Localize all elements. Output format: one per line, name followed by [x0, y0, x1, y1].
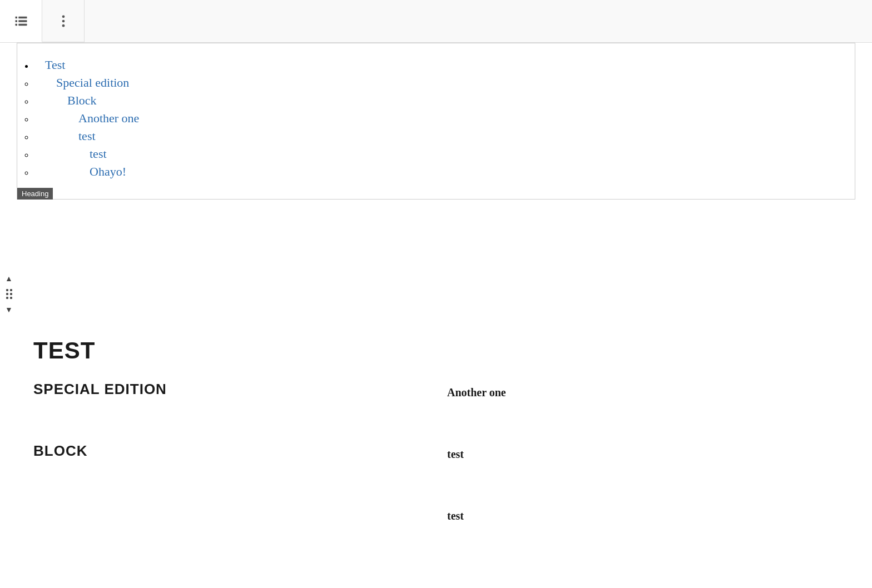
text-test-2: test — [447, 504, 839, 528]
section-test-2: test — [447, 504, 839, 528]
toc-link-test-2[interactable]: test — [78, 129, 96, 143]
up-arrow-icon: ▲ — [5, 274, 13, 283]
section-another-one: Another one — [447, 381, 839, 409]
content-area: TEST SPECIAL EDITION Another one BLOCK t… — [0, 321, 872, 588]
toc-item-test-3: test — [34, 147, 838, 161]
heading-block: BLOCK — [33, 442, 425, 460]
list-icon — [13, 13, 29, 29]
section-3-grid: test — [33, 504, 839, 545]
toc-link-another-one[interactable]: Another one — [78, 111, 139, 125]
toc-link-ohayo[interactable]: Ohayo! — [90, 165, 126, 178]
svg-rect-5 — [18, 23, 27, 26]
toc-item-another-one: Another one — [34, 111, 838, 126]
svg-point-6 — [62, 15, 65, 18]
toc-panel: Test Special edition Block Another one t… — [17, 43, 855, 200]
page-wrapper: Test Special edition Block Another one t… — [0, 0, 872, 588]
svg-rect-4 — [15, 23, 17, 26]
heading-special-edition: SPECIAL EDITION — [33, 381, 425, 398]
svg-rect-0 — [15, 16, 17, 18]
more-options-icon — [56, 13, 71, 29]
section-1-grid: SPECIAL EDITION Another one — [33, 381, 839, 426]
toc-link-test[interactable]: Test — [45, 58, 65, 72]
svg-point-8 — [62, 24, 65, 27]
dot — [6, 293, 8, 295]
text-another-one: Another one — [447, 381, 839, 405]
svg-rect-3 — [18, 20, 27, 22]
toc-item-test: Test — [34, 58, 838, 72]
toc-item-special-edition: Special edition — [34, 76, 838, 90]
section-block: BLOCK — [33, 442, 425, 471]
toc-link-test-3[interactable]: test — [90, 147, 107, 161]
toolbar — [0, 0, 872, 43]
svg-point-7 — [62, 19, 65, 22]
nav-down-button[interactable]: ▼ — [3, 303, 15, 316]
svg-rect-1 — [18, 16, 27, 18]
dot — [6, 297, 8, 299]
toc-link-special-edition[interactable]: Special edition — [56, 76, 129, 89]
down-arrow-icon: ▼ — [5, 305, 13, 314]
dot — [10, 297, 12, 299]
side-nav: ▲ ▼ — [3, 272, 15, 316]
text-test-1: test — [447, 442, 839, 466]
heading-label: Heading — [17, 188, 53, 200]
toc-item-test-2: test — [34, 129, 838, 143]
nav-up-button[interactable]: ▲ — [3, 272, 15, 285]
list-view-button[interactable] — [0, 0, 42, 42]
drag-handle[interactable] — [6, 289, 12, 299]
dot — [10, 289, 12, 291]
section-2-grid: BLOCK test — [33, 442, 839, 487]
toc-item-block: Block — [34, 93, 838, 108]
section-special-edition: SPECIAL EDITION — [33, 381, 425, 409]
more-options-button[interactable] — [42, 0, 85, 42]
heading-test: TEST — [33, 337, 839, 364]
section-test: test — [447, 442, 839, 471]
toc-list: Test Special edition Block Another one t… — [34, 58, 838, 179]
toc-link-block[interactable]: Block — [67, 93, 97, 107]
dot — [6, 289, 8, 291]
svg-rect-2 — [15, 20, 17, 22]
dot — [10, 293, 12, 295]
toc-item-ohayo: Ohayo! — [34, 165, 838, 179]
